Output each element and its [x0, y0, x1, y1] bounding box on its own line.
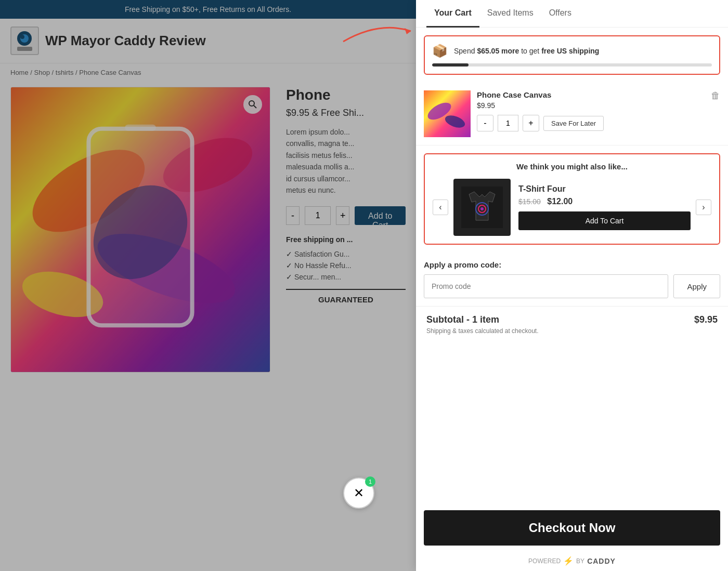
cart-item-name: Phone Case Canvas: [477, 90, 705, 99]
promo-code-input[interactable]: [424, 274, 668, 298]
cart-item-image: [424, 90, 471, 137]
decrease-qty-button[interactable]: -: [286, 206, 300, 225]
cart-item-details: Phone Case Canvas $9.95 - + Save For Lat…: [477, 90, 705, 131]
free-shipping-note: Free shipping on ...: [286, 235, 406, 244]
reco-new-price: $12.00: [547, 197, 573, 206]
cart-item: Phone Case Canvas $9.95 - + Save For Lat…: [416, 83, 728, 145]
cart-body: 📦 Spend $65.05 more to get free US shipp…: [416, 28, 728, 510]
breadcrumb-current: Phone Case Canvas: [79, 69, 141, 76]
reco-slider: ‹: [433, 179, 711, 236]
product-info: Phone $9.95 & Free Shi... Lorem ipsum do…: [286, 87, 406, 373]
cart-tabs: Your Cart Saved Items Offers: [416, 0, 728, 28]
product-name: Phone: [286, 87, 406, 103]
recommendations-section: We think you might also like... ‹: [424, 153, 720, 245]
product-description: Lorem ipsum dolo... convallis, magna te.…: [286, 126, 406, 196]
product-image-container: [10, 87, 270, 373]
feature-item: Secur... men...: [286, 273, 406, 281]
svg-line-13: [254, 105, 256, 108]
promo-apply-button[interactable]: Apply: [673, 274, 720, 298]
reco-card: T-Shirt Four $15.00 $12.00 Add To Cart: [453, 179, 691, 236]
close-icon: ✕: [354, 486, 364, 500]
breadcrumb-shop[interactable]: Shop: [34, 69, 50, 76]
product-zoom-button[interactable]: [243, 95, 262, 114]
reco-old-price: $15.00: [518, 197, 541, 206]
product-area: Phone $9.95 & Free Shi... Lorem ipsum do…: [0, 82, 416, 378]
box-icon: 📦: [432, 44, 448, 58]
reco-prev-button[interactable]: ‹: [433, 200, 448, 215]
shipping-progress-fill: [432, 63, 469, 67]
cart-item-controls: - + Save For Later: [477, 115, 705, 131]
svg-point-21: [480, 207, 484, 210]
reco-item-image: [453, 179, 511, 236]
feature-item: No Hassle Refu...: [286, 261, 406, 270]
powered-by-footer: POWERED ⚡ BY CADDY: [416, 551, 728, 571]
tab-your-cart[interactable]: Your Cart: [426, 0, 479, 28]
breadcrumb-tshirts[interactable]: tshirts: [56, 69, 74, 76]
svg-rect-3: [17, 47, 32, 51]
tab-saved-items[interactable]: Saved Items: [479, 0, 541, 28]
cart-count-badge: 1: [365, 476, 375, 487]
delete-item-icon[interactable]: 🗑: [711, 90, 720, 101]
reco-add-to-cart-button[interactable]: Add To Cart: [518, 211, 691, 230]
shipping-progress-bar: [432, 63, 712, 67]
breadcrumb-home[interactable]: Home: [10, 69, 29, 76]
svg-point-12: [249, 101, 254, 106]
cart-increase-btn[interactable]: +: [523, 115, 539, 131]
site-title: WP Mayor Caddy Review: [45, 33, 206, 49]
close-cart-button[interactable]: ✕ 1: [343, 477, 374, 509]
reco-title: We think you might also like...: [433, 162, 711, 171]
subtotal-section: Subtotal - 1 item $9.95 Shipping & taxes…: [416, 306, 728, 342]
by-text: BY: [576, 557, 584, 565]
features-list: Satisfaction Gu... No Hassle Refu... Sec…: [286, 250, 406, 281]
reco-next-button[interactable]: ›: [696, 200, 711, 215]
subtotal-amount: $9.95: [694, 314, 718, 325]
increase-qty-button[interactable]: +: [336, 206, 349, 225]
product-image: [11, 87, 270, 372]
reco-item-details: T-Shirt Four $15.00 $12.00 Add To Cart: [518, 184, 691, 230]
subtotal-row: Subtotal - 1 item $9.95: [426, 314, 718, 325]
svg-rect-10: [88, 129, 192, 325]
bolt-icon: ⚡: [563, 556, 574, 566]
promo-row: Apply: [424, 274, 720, 298]
shipping-text: Spend $65.05 more to get free US shippin…: [454, 47, 599, 55]
shipping-progress-banner: 📦 Spend $65.05 more to get free US shipp…: [424, 35, 720, 75]
shipping-banner-row: 📦 Spend $65.05 more to get free US shipp…: [432, 44, 712, 58]
reco-item-prices: $15.00 $12.00: [518, 197, 691, 206]
powered-text: POWERED: [528, 557, 561, 565]
banner-text: Free Shipping on $50+, Free Returns on A…: [125, 5, 291, 14]
guaranteed-badge: GUARANTEED: [286, 289, 406, 304]
add-to-cart-button[interactable]: Add to Cart: [355, 206, 406, 225]
quantity-input[interactable]: [305, 206, 331, 225]
promo-section: Apply a promo code: Apply: [416, 253, 728, 306]
breadcrumb: Home / Shop / tshirts / Phone Case Canva…: [0, 63, 416, 82]
logo-icon: [10, 26, 39, 55]
checkout-now-button[interactable]: Checkout Now: [424, 510, 720, 546]
cart-item-price: $9.95: [477, 101, 705, 110]
site-header: WP Mayor Caddy Review: [0, 19, 416, 63]
qty-add-row: - + Add to Cart: [286, 206, 406, 225]
reco-item-name: T-Shirt Four: [518, 184, 691, 194]
subtotal-label: Subtotal - 1 item: [426, 314, 499, 325]
cart-decrease-btn[interactable]: -: [477, 115, 493, 131]
save-for-later-button[interactable]: Save For Later: [543, 116, 604, 131]
subtotal-note: Shipping & taxes calculated at checkout.: [426, 327, 718, 335]
cart-qty-input[interactable]: [498, 115, 518, 131]
site-logo: WP Mayor Caddy Review: [10, 26, 206, 55]
tab-offers[interactable]: Offers: [541, 0, 579, 28]
caddy-label: CADDY: [587, 557, 616, 565]
cart-panel: Your Cart Saved Items Offers 📦 Spend $65…: [416, 0, 728, 571]
svg-point-2: [20, 35, 24, 39]
top-banner: Free Shipping on $50+, Free Returns on A…: [0, 0, 416, 19]
feature-item: Satisfaction Gu...: [286, 250, 406, 258]
promo-label: Apply a promo code:: [424, 260, 720, 269]
product-price: $9.95 & Free Shi...: [286, 108, 406, 118]
svg-rect-11: [125, 125, 156, 131]
